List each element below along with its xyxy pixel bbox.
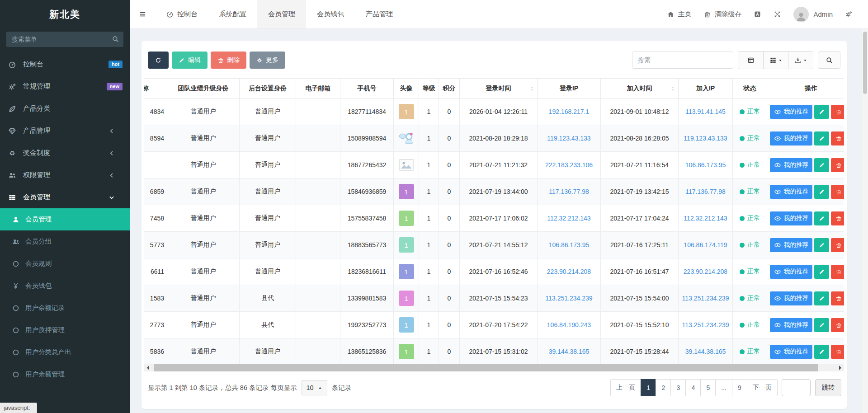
table-row[interactable]: 6611 普通用户 普通用户 18236816611 1 1 0 2021-07… — [144, 258, 844, 285]
ip-link[interactable]: 113.91.41.145 — [685, 108, 726, 115]
table-row[interactable]: 1583 普通用户 县代 13399881583 1 1 0 2021-07-1… — [144, 285, 844, 312]
my-referral-button[interactable]: 我的推荐 — [770, 211, 812, 225]
ip-link[interactable]: 119.123.43.133 — [547, 135, 590, 142]
table-row[interactable]: 7458 普通用户 普通用户 15755837458 1 1 0 2021-07… — [144, 205, 844, 232]
table-row[interactable]: 2773 普通用户 县代 19923252773 1 1 0 2021-07-2… — [144, 312, 844, 338]
ip-link[interactable]: 39.144.38.165 — [549, 348, 590, 355]
ip-link[interactable]: 192.168.217.1 — [549, 108, 590, 115]
menu-toggle-button[interactable] — [130, 0, 155, 28]
ip-link[interactable]: 222.183.233.106 — [545, 161, 593, 169]
page-button-5[interactable]: 5 — [700, 379, 716, 396]
sidebar-subitem-4[interactable]: 用户余额记录 — [0, 297, 130, 319]
sidebar-item-4[interactable]: ♻奖金制度 — [0, 142, 130, 164]
sidebar-subitem-5[interactable]: 用户质押管理 — [0, 319, 130, 341]
table-row[interactable]: 5773 普通用户 普通用户 18883565773 1 1 0 2021-07… — [144, 232, 844, 258]
row-delete-button[interactable] — [831, 211, 844, 225]
sidebar-subitem-1[interactable]: 会员分组 — [0, 230, 130, 253]
delete-button[interactable]: 删除 — [211, 52, 246, 69]
ip-link[interactable]: 223.90.214.208 — [684, 268, 727, 275]
ip-link[interactable]: 39.144.38.165 — [685, 348, 726, 355]
ip-link[interactable]: 106.86.173.95 — [549, 241, 590, 249]
scroll-right-arrow[interactable] — [836, 364, 844, 371]
table-row[interactable]: 普通用户 普通用户 18677265432 1 0 2021-07-21 11:… — [144, 152, 844, 178]
row-delete-button[interactable] — [831, 345, 844, 359]
ip-link[interactable]: 113.251.234.239 — [545, 295, 592, 302]
jump-button[interactable]: 跳转 — [815, 379, 841, 396]
column-header[interactable]: 登录时间 — [460, 79, 538, 99]
clear-cache-link[interactable]: 清除缓存 — [703, 10, 741, 19]
row-edit-button[interactable] — [814, 131, 829, 145]
page-size-select[interactable]: 10 — [302, 380, 327, 395]
my-referral-button[interactable]: 我的推荐 — [770, 105, 812, 119]
sidebar-subitem-7[interactable]: 用户余额管理 — [0, 363, 130, 385]
my-referral-button[interactable]: 我的推荐 — [770, 131, 812, 145]
row-delete-button[interactable] — [831, 105, 844, 119]
page-button-2[interactable]: 2 — [656, 379, 671, 396]
sidebar-item-2[interactable]: 产品分类 — [0, 98, 130, 120]
row-edit-button[interactable] — [814, 318, 829, 332]
ip-link[interactable]: 112.32.212.143 — [547, 215, 590, 222]
table-search-input[interactable] — [632, 52, 733, 69]
row-edit-button[interactable] — [814, 238, 829, 252]
ip-link[interactable]: 113.251.234.239 — [682, 295, 729, 302]
refresh-button[interactable] — [148, 52, 169, 69]
my-referral-button[interactable]: 我的推荐 — [770, 291, 812, 305]
next-page-button[interactable]: 下一页 — [747, 379, 778, 396]
language-button[interactable] — [754, 10, 761, 18]
row-delete-button[interactable] — [831, 291, 844, 305]
page-button-4[interactable]: 4 — [685, 379, 701, 396]
sidebar-search-input[interactable] — [6, 32, 123, 47]
sidebar-item-0[interactable]: 控制台 hot — [0, 53, 130, 75]
ip-link[interactable]: 117.136.77.98 — [549, 188, 589, 195]
row-edit-button[interactable] — [814, 105, 829, 119]
row-edit-button[interactable] — [814, 185, 829, 199]
my-referral-button[interactable]: 我的推荐 — [770, 158, 812, 172]
page-button-3[interactable]: 3 — [670, 379, 686, 396]
row-delete-button[interactable] — [831, 185, 844, 199]
columns-button[interactable] — [763, 52, 788, 69]
sidebar-subitem-2[interactable]: 会员规则 — [0, 253, 130, 275]
sidebar-item-1[interactable]: 常规管理 new — [0, 75, 130, 98]
page-button-1[interactable]: 1 — [641, 379, 656, 396]
edit-button[interactable]: 编辑 — [172, 52, 208, 69]
row-delete-button[interactable] — [831, 238, 844, 252]
tab-3[interactable]: 会员钱包 — [306, 0, 355, 28]
home-link[interactable]: 主页 — [667, 10, 691, 19]
fullscreen-button[interactable] — [774, 10, 781, 18]
settings-button[interactable] — [845, 10, 853, 18]
ip-link[interactable]: 117.136.77.98 — [685, 188, 726, 195]
ip-link[interactable]: 106.86.173.95 — [685, 161, 726, 169]
my-referral-button[interactable]: 我的推荐 — [770, 265, 812, 279]
more-button[interactable]: 更多 — [250, 52, 285, 69]
row-edit-button[interactable] — [814, 345, 829, 359]
table-row[interactable]: 4834 普通用户 普通用户 18277114834 1 1 0 2026-01… — [144, 99, 844, 125]
tab-2[interactable]: 会员管理 — [257, 0, 306, 28]
row-delete-button[interactable] — [831, 265, 844, 279]
ip-link[interactable]: 223.90.214.208 — [547, 268, 591, 275]
row-delete-button[interactable] — [831, 131, 844, 145]
row-edit-button[interactable] — [814, 291, 829, 305]
sidebar-subitem-3[interactable]: 会员钱包 — [0, 275, 130, 297]
export-button[interactable] — [788, 52, 813, 69]
sidebar-item-3[interactable]: 产品管理 — [0, 120, 130, 142]
table-row[interactable]: 8594 普通用户 普通用户 15089988594 1 0 2021-08-2… — [144, 125, 844, 152]
table-row[interactable]: 5836 普通用户 普通用户 13865125836 1 1 0 2021-07… — [144, 338, 844, 364]
row-edit-button[interactable] — [814, 158, 829, 172]
ip-link[interactable]: 106.84.190.243 — [547, 321, 591, 329]
tab-1[interactable]: 系统配置 — [208, 0, 257, 28]
column-header[interactable]: 加入时间 — [601, 79, 679, 99]
my-referral-button[interactable]: 我的推荐 — [770, 238, 812, 252]
jump-page-input[interactable] — [782, 379, 811, 396]
detail-view-button[interactable] — [738, 52, 763, 69]
horizontal-scroll-thumb[interactable] — [154, 364, 818, 371]
advanced-search-button[interactable] — [818, 52, 840, 69]
my-referral-button[interactable]: 我的推荐 — [770, 185, 812, 199]
prev-page-button[interactable]: 上一页 — [610, 379, 641, 396]
tab-4[interactable]: 产品管理 — [355, 0, 404, 28]
row-delete-button[interactable] — [831, 158, 844, 172]
page-button-9[interactable]: 9 — [732, 379, 747, 396]
ip-link[interactable]: 106.86.174.119 — [684, 241, 727, 249]
sidebar-subitem-0[interactable]: 会员管理 — [0, 208, 130, 230]
vertical-scroll-thumb[interactable] — [863, 32, 867, 94]
row-edit-button[interactable] — [814, 211, 829, 225]
